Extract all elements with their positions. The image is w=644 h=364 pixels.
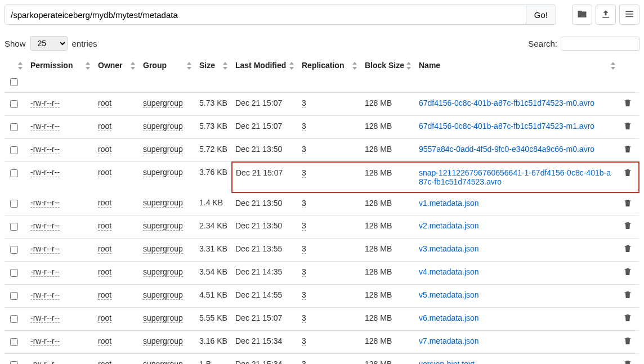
owner-value[interactable]: root — [98, 98, 111, 108]
permission-value[interactable]: -rw-r--r-- — [30, 168, 60, 177]
permission-value[interactable]: -rw-r--r-- — [30, 145, 60, 154]
permission-value[interactable]: -rw-r--r-- — [30, 122, 60, 131]
owner-value[interactable]: root — [98, 168, 111, 177]
delete-button[interactable] — [623, 361, 632, 365]
replication-value[interactable]: 3 — [302, 221, 306, 231]
replication-value[interactable]: 3 — [302, 145, 306, 154]
replication-value[interactable]: 3 — [302, 313, 306, 323]
row-checkbox[interactable] — [10, 338, 18, 346]
delete-button[interactable] — [623, 170, 632, 179]
delete-button[interactable] — [623, 123, 632, 132]
col-header-group[interactable]: Group — [140, 59, 196, 77]
permission-value[interactable]: -rw-r--r-- — [30, 313, 60, 323]
group-value[interactable]: supergroup — [143, 168, 183, 177]
permission-value[interactable]: -rw-r--r-- — [30, 267, 60, 277]
owner-value[interactable]: root — [98, 122, 111, 131]
file-name-link[interactable]: v6.metadata.json — [419, 313, 479, 322]
owner-value[interactable]: root — [98, 145, 111, 154]
row-checkbox[interactable] — [10, 223, 18, 231]
page-length-select[interactable]: 25 — [30, 36, 68, 51]
group-value[interactable]: supergroup — [143, 98, 183, 108]
group-value[interactable]: supergroup — [143, 244, 183, 254]
col-header-permission[interactable]: Permission — [27, 59, 95, 77]
delete-button[interactable] — [623, 292, 632, 301]
upload-icon-button[interactable] — [596, 5, 616, 25]
col-header-size[interactable]: Size — [196, 59, 232, 77]
group-value[interactable]: supergroup — [143, 221, 183, 231]
file-name-link[interactable]: 67df4156-0c8c-401b-a87c-fb1c51d74523-m0.… — [419, 98, 594, 107]
owner-value[interactable]: root — [98, 267, 111, 277]
file-name-link[interactable]: v5.metadata.json — [419, 290, 479, 299]
group-value[interactable]: supergroup — [143, 267, 183, 277]
path-input[interactable] — [5, 5, 526, 24]
owner-value[interactable]: root — [98, 336, 111, 346]
delete-button[interactable] — [623, 269, 632, 278]
owner-value[interactable]: root — [98, 290, 111, 300]
file-name-link[interactable]: v2.metadata.json — [419, 221, 479, 230]
group-value[interactable]: supergroup — [143, 359, 183, 365]
file-name-link[interactable]: v3.metadata.json — [419, 244, 479, 253]
replication-value[interactable]: 3 — [302, 290, 306, 300]
col-header-replication[interactable]: Replication — [298, 59, 361, 77]
row-checkbox[interactable] — [10, 169, 18, 177]
col-header-last-modified[interactable]: Last Modified — [232, 59, 298, 77]
replication-value[interactable]: 3 — [302, 359, 306, 365]
group-value[interactable]: supergroup — [143, 290, 183, 300]
owner-value[interactable]: root — [98, 198, 111, 208]
col-header-name[interactable]: Name — [415, 59, 620, 77]
permission-value[interactable]: -rw-r--r-- — [30, 98, 60, 108]
col-header-owner[interactable]: Owner — [95, 59, 140, 77]
owner-value[interactable]: root — [98, 313, 111, 323]
row-checkbox[interactable] — [10, 292, 18, 300]
row-checkbox[interactable] — [10, 146, 18, 154]
row-checkbox[interactable] — [10, 123, 18, 131]
search-input[interactable] — [561, 37, 639, 51]
group-value[interactable]: supergroup — [143, 336, 183, 346]
row-checkbox[interactable] — [10, 246, 18, 254]
file-name-link[interactable]: 67df4156-0c8c-401b-a87c-fb1c51d74523-m1.… — [419, 122, 594, 131]
replication-value[interactable]: 3 — [302, 199, 306, 208]
replication-value[interactable]: 3 — [302, 98, 306, 108]
group-value[interactable]: supergroup — [143, 198, 183, 208]
permission-value[interactable]: -rw-r--r-- — [30, 290, 60, 300]
group-value[interactable]: supergroup — [143, 313, 183, 323]
file-name-link[interactable]: v1.metadata.json — [419, 199, 479, 208]
replication-value[interactable]: 3 — [302, 336, 306, 346]
delete-button[interactable] — [623, 100, 632, 109]
delete-button[interactable] — [623, 223, 632, 232]
row-checkbox[interactable] — [10, 100, 18, 108]
owner-value[interactable]: root — [98, 359, 111, 365]
replication-value[interactable]: 3 — [302, 168, 306, 178]
replication-value[interactable]: 3 — [302, 244, 306, 254]
replication-value[interactable]: 3 — [302, 267, 306, 277]
replication-value[interactable]: 3 — [302, 122, 306, 131]
owner-value[interactable]: root — [98, 221, 111, 231]
col-header-select[interactable] — [5, 59, 27, 77]
delete-button[interactable] — [623, 200, 632, 209]
row-checkbox[interactable] — [10, 361, 18, 365]
permission-value[interactable]: -rw-r--r-- — [30, 198, 60, 208]
group-value[interactable]: supergroup — [143, 145, 183, 154]
permission-value[interactable]: -rw-r--r-- — [30, 244, 60, 254]
delete-button[interactable] — [623, 315, 632, 324]
list-icon-button[interactable] — [619, 5, 639, 25]
file-name-link[interactable]: 9557a84c-0add-4f5d-9fc0-e340c84a9c66-m0.… — [419, 145, 594, 154]
folder-icon-button[interactable] — [572, 5, 592, 25]
owner-value[interactable]: root — [98, 244, 111, 254]
row-checkbox[interactable] — [10, 200, 18, 208]
file-name-link[interactable]: v4.metadata.json — [419, 267, 479, 276]
delete-button[interactable] — [623, 146, 632, 155]
permission-value[interactable]: -rw-r--r-- — [30, 336, 60, 346]
delete-button[interactable] — [623, 338, 632, 347]
file-name-link[interactable]: v7.metadata.json — [419, 336, 479, 345]
select-all-checkbox[interactable] — [10, 78, 18, 86]
file-name-link[interactable]: snap-1211226796760656641-1-67df4156-0c8c… — [419, 168, 611, 186]
file-name-link[interactable]: version-hint.text — [419, 359, 475, 365]
permission-value[interactable]: -rw-r--r-- — [30, 221, 60, 231]
col-header-block-size[interactable]: Block Size — [361, 59, 415, 77]
row-checkbox[interactable] — [10, 269, 18, 277]
go-button[interactable]: Go! — [526, 5, 556, 24]
permission-value[interactable]: -rw-r--r-- — [30, 359, 60, 365]
group-value[interactable]: supergroup — [143, 122, 183, 131]
row-checkbox[interactable] — [10, 315, 18, 323]
